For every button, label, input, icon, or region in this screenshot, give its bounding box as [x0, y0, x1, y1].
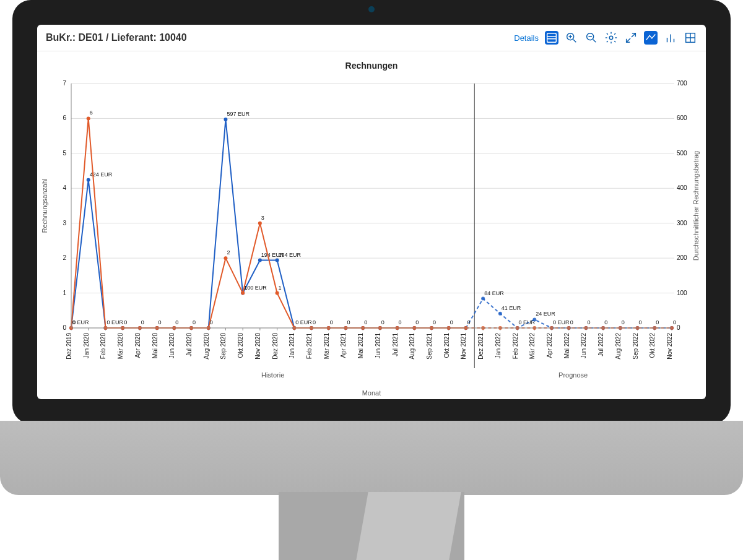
svg-text:Jun 2021: Jun 2021 [375, 333, 381, 359]
svg-text:0: 0 [364, 319, 367, 325]
svg-text:Sep 2020: Sep 2020 [220, 333, 227, 360]
zoom-out-icon[interactable] [584, 31, 598, 45]
svg-text:Sep 2021: Sep 2021 [426, 333, 433, 360]
svg-text:4: 4 [63, 184, 66, 191]
svg-line-4 [573, 40, 576, 43]
svg-text:700: 700 [677, 80, 687, 87]
svg-text:0: 0 [587, 319, 590, 325]
svg-text:Jul 2022: Jul 2022 [597, 333, 604, 356]
svg-point-196 [224, 256, 227, 260]
svg-text:300: 300 [677, 220, 687, 226]
svg-point-164 [498, 312, 502, 316]
svg-text:Mai 2022: Mai 2022 [563, 333, 570, 359]
svg-text:0: 0 [159, 319, 162, 325]
svg-text:84 EUR: 84 EUR [484, 290, 504, 296]
svg-text:100: 100 [677, 290, 687, 296]
svg-line-8 [593, 40, 596, 43]
list-view-icon[interactable] [545, 31, 558, 45]
svg-text:0: 0 [124, 319, 127, 325]
svg-text:Jun 2020: Jun 2020 [168, 333, 175, 359]
svg-text:Mai 2021: Mai 2021 [357, 333, 364, 359]
svg-text:0: 0 [622, 319, 625, 325]
gear-icon[interactable] [604, 31, 618, 45]
svg-text:Rechnungsanzahl: Rechnungsanzahl [41, 178, 48, 233]
svg-text:Monat: Monat [362, 389, 381, 397]
svg-text:Durchschnittlicher Rechnungsbe: Durchschnittlicher Rechnungsbetrag [692, 151, 700, 261]
svg-text:0: 0 [141, 319, 144, 325]
toolbar-controls: Details [514, 31, 697, 45]
svg-text:0: 0 [433, 319, 436, 325]
svg-text:Mär 2022: Mär 2022 [529, 333, 536, 360]
svg-line-12 [627, 38, 630, 42]
svg-point-181 [87, 116, 90, 120]
svg-text:194 EUR: 194 EUR [279, 252, 302, 258]
svg-text:0: 0 [399, 319, 402, 325]
svg-point-148 [276, 259, 279, 262]
svg-text:1: 1 [279, 285, 282, 291]
details-link[interactable]: Details [514, 33, 539, 43]
bar-chart-icon[interactable] [664, 31, 677, 45]
svg-text:Apr 2022: Apr 2022 [546, 333, 553, 358]
camera-dot [368, 6, 375, 12]
svg-text:Sep 2022: Sep 2022 [632, 333, 639, 360]
svg-text:100 EUR: 100 EUR [244, 285, 267, 291]
svg-text:Apr 2020: Apr 2020 [134, 333, 141, 358]
svg-point-132 [87, 178, 90, 182]
svg-text:Aug 2021: Aug 2021 [409, 333, 415, 360]
svg-text:Historie: Historie [261, 371, 284, 379]
app-screen: BuKr.: DE01 / Lieferant: 10040 Details R… [37, 25, 706, 399]
svg-text:Mär 2020: Mär 2020 [117, 333, 124, 360]
svg-text:600: 600 [677, 114, 687, 121]
svg-text:400: 400 [677, 184, 687, 191]
svg-text:0: 0 [381, 319, 385, 325]
svg-text:0: 0 [330, 319, 333, 325]
svg-text:Aug 2020: Aug 2020 [203, 333, 210, 360]
svg-text:Rechnungen: Rechnungen [345, 61, 398, 71]
header-bar: BuKr.: DE01 / Lieferant: 10040 Details [37, 25, 706, 51]
svg-text:0 EUR: 0 EUR [295, 319, 312, 325]
monitor-frame: BuKr.: DE01 / Lieferant: 10040 Details R… [12, 0, 731, 424]
svg-text:Mär 2021: Mär 2021 [323, 333, 330, 360]
svg-point-200 [258, 222, 262, 225]
svg-text:Jan 2022: Jan 2022 [495, 333, 502, 359]
zoom-in-icon[interactable] [565, 31, 578, 45]
chart-container: Rechnungen012345670100200300400500600700… [37, 51, 706, 399]
svg-text:Apr 2021: Apr 2021 [340, 333, 347, 358]
svg-point-168 [532, 317, 536, 321]
svg-text:0: 0 [673, 319, 676, 325]
svg-text:2: 2 [63, 254, 66, 261]
svg-text:200: 200 [677, 254, 687, 261]
svg-text:0 EUR: 0 EUR [553, 319, 570, 325]
svg-text:Prognose: Prognose [558, 371, 588, 379]
svg-text:Feb 2020: Feb 2020 [100, 333, 106, 360]
svg-text:0: 0 [450, 319, 453, 325]
svg-text:1: 1 [244, 285, 247, 291]
svg-text:500: 500 [677, 150, 687, 157]
svg-text:0: 0 [63, 324, 66, 331]
table-icon[interactable] [684, 31, 697, 45]
svg-text:0: 0 [175, 319, 178, 325]
svg-text:0: 0 [677, 324, 680, 331]
svg-text:3: 3 [63, 220, 66, 226]
monitor-neck [279, 492, 464, 560]
svg-text:Mai 2020: Mai 2020 [152, 333, 159, 359]
svg-text:0: 0 [604, 319, 607, 325]
chart: Rechnungen012345670100200300400500600700… [37, 51, 706, 399]
svg-text:0 EUR: 0 EUR [106, 319, 123, 325]
svg-text:Jan 2020: Jan 2020 [83, 333, 90, 359]
svg-text:Feb 2022: Feb 2022 [512, 333, 519, 360]
svg-text:41 EUR: 41 EUR [502, 305, 521, 311]
svg-text:Dez 2019: Dez 2019 [66, 333, 72, 360]
svg-text:3: 3 [261, 215, 264, 221]
svg-text:597 EUR: 597 EUR [227, 111, 250, 117]
svg-text:0: 0 [656, 319, 659, 325]
svg-text:Nov 2020: Nov 2020 [254, 333, 261, 360]
svg-text:5: 5 [63, 150, 66, 157]
svg-text:6: 6 [90, 110, 93, 116]
line-chart-icon[interactable] [644, 31, 658, 45]
svg-text:Jul 2020: Jul 2020 [186, 333, 193, 356]
expand-icon[interactable] [624, 31, 638, 45]
svg-text:Jun 2022: Jun 2022 [580, 333, 587, 359]
svg-text:0: 0 [639, 319, 642, 325]
svg-text:0: 0 [210, 319, 213, 325]
